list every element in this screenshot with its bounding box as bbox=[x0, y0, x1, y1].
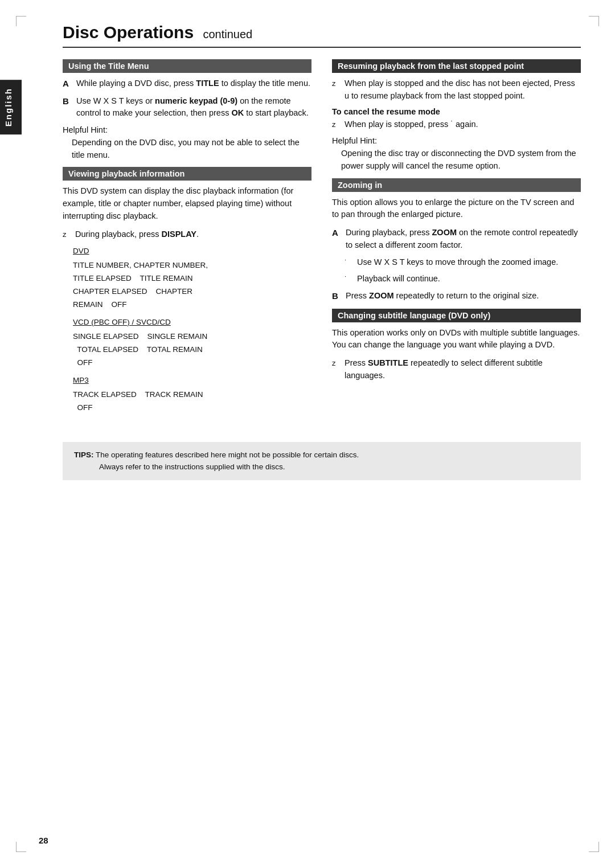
list-item: ˙ Use W X S T keys to move through the z… bbox=[345, 256, 581, 269]
tips-box: TIPS: The operating features described h… bbox=[63, 442, 581, 480]
bullet-z: z bbox=[63, 229, 71, 240]
left-column: Using the Title Menu A While playing a D… bbox=[63, 59, 311, 419]
right-column: Resuming playback from the last stopped … bbox=[332, 59, 581, 419]
subtitle-intro: This operation works only on DVDs with m… bbox=[332, 327, 581, 352]
mp3-row-1: TRACK ELAPSED TRACK REMAIN bbox=[73, 390, 203, 399]
bullet-label-a: A bbox=[63, 77, 72, 91]
tips-line2: Always refer to the instructions supplie… bbox=[99, 462, 285, 471]
bullet-label-a: A bbox=[332, 227, 341, 240]
zoom-sub1: Use W X S T keys to move through the zoo… bbox=[357, 256, 558, 269]
page-number: 28 bbox=[39, 836, 48, 845]
hint-title: Helpful Hint: bbox=[332, 135, 581, 148]
list-item: A During playback, press ZOOM on the rem… bbox=[332, 227, 581, 252]
section-header-title-menu: Using the Title Menu bbox=[63, 59, 311, 73]
vcd-row-1: SINGLE ELAPSED SINGLE REMAIN bbox=[73, 332, 207, 341]
bullet-z: z bbox=[332, 78, 340, 89]
section-header-resume: Resuming playback from the last stopped … bbox=[332, 59, 581, 73]
vcd-row-3: OFF bbox=[73, 358, 93, 367]
zoom-a-text: During playback, press ZOOM on the remot… bbox=[346, 227, 581, 252]
bullet-z: z bbox=[332, 358, 340, 369]
vcd-label: VCD (PBC OFF) / SVCD/CD bbox=[73, 316, 311, 329]
mp3-label: MP3 bbox=[73, 374, 311, 387]
vcd-display-block: VCD (PBC OFF) / SVCD/CD SINGLE ELAPSED S… bbox=[73, 316, 311, 370]
list-item: ˙ Playback will continue. bbox=[345, 273, 581, 285]
list-item: z When play is stopped and the disc has … bbox=[332, 77, 581, 103]
resume-text: When play is stopped and the disc has no… bbox=[345, 77, 581, 103]
list-item: z When play is stopped, press ˙ again. bbox=[332, 118, 581, 131]
zoom-b-text: Press ZOOM repeatedly to return to the o… bbox=[346, 290, 539, 302]
two-column-layout: Using the Title Menu A While playing a D… bbox=[63, 59, 581, 419]
cancel-text: When play is stopped, press ˙ again. bbox=[345, 118, 478, 131]
item-a-text: While playing a DVD disc, press TITLE to… bbox=[76, 77, 310, 90]
dvd-row-2: TITLE ELAPSED TITLE REMAIN bbox=[73, 274, 193, 282]
list-item: z During playback, press DISPLAY. bbox=[63, 228, 311, 241]
viewing-intro: This DVD system can display the disc pla… bbox=[63, 185, 311, 222]
list-item: z Press SUBTITLE repeatedly to select di… bbox=[332, 357, 581, 382]
list-item: B Use W X S T keys or numeric keypad (0-… bbox=[63, 95, 311, 120]
bullet-z: z bbox=[332, 119, 340, 130]
subtitle-text: Press SUBTITLE repeatedly to select diff… bbox=[345, 357, 581, 382]
dvd-display-block: DVD TITLE NUMBER, CHAPTER NUMBER, TITLE … bbox=[73, 245, 311, 312]
bullet-label-b: B bbox=[332, 290, 341, 303]
tips-label: TIPS: bbox=[74, 451, 94, 459]
sub-bullet: ˙ bbox=[345, 257, 352, 268]
section-header-subtitle: Changing subtitle language (DVD only) bbox=[332, 309, 581, 322]
list-item: A While playing a DVD disc, press TITLE … bbox=[63, 77, 311, 91]
display-text: During playback, press DISPLAY. bbox=[75, 228, 199, 241]
section-header-zoom: Zooming in bbox=[332, 178, 581, 192]
hint-body: Opening the disc tray or disconnecting t… bbox=[341, 148, 581, 173]
section-header-viewing: Viewing playback information bbox=[63, 167, 311, 181]
dvd-row-4: REMAIN OFF bbox=[73, 300, 127, 309]
helpful-hint: Helpful Hint: Depending on the DVD disc,… bbox=[63, 124, 311, 161]
bullet-label-b: B bbox=[63, 95, 72, 108]
page-title: Disc Operations continued bbox=[63, 23, 581, 48]
dvd-label: DVD bbox=[73, 245, 311, 258]
hint-title: Helpful Hint: bbox=[63, 124, 311, 137]
hint-body: Depending on the DVD disc, you may not b… bbox=[72, 137, 311, 162]
list-item: B Press ZOOM repeatedly to return to the… bbox=[332, 290, 581, 303]
dvd-row-1: TITLE NUMBER, CHAPTER NUMBER, bbox=[73, 261, 208, 269]
language-tab: English bbox=[0, 80, 22, 134]
helpful-hint-resume: Helpful Hint: Opening the disc tray or d… bbox=[332, 135, 581, 172]
zoom-sub2: Playback will continue. bbox=[357, 273, 440, 285]
page: English Disc Operations continued Using … bbox=[0, 0, 615, 868]
zoom-intro: This option allows you to enlarge the pi… bbox=[332, 196, 581, 222]
mp3-row-2: OFF bbox=[73, 403, 93, 412]
tips-line1: The operating features described here mi… bbox=[96, 451, 359, 459]
sub-bullet: ˙ bbox=[345, 273, 352, 285]
vcd-row-2: TOTAL ELAPSED TOTAL REMAIN bbox=[73, 345, 203, 354]
cancel-subheader: To cancel the resume mode bbox=[332, 107, 581, 116]
mp3-display-block: MP3 TRACK ELAPSED TRACK REMAIN OFF bbox=[73, 374, 311, 415]
dvd-row-3: CHAPTER ELAPSED CHAPTER bbox=[73, 287, 192, 296]
item-b-text: Use W X S T keys or numeric keypad (0-9)… bbox=[76, 95, 311, 120]
